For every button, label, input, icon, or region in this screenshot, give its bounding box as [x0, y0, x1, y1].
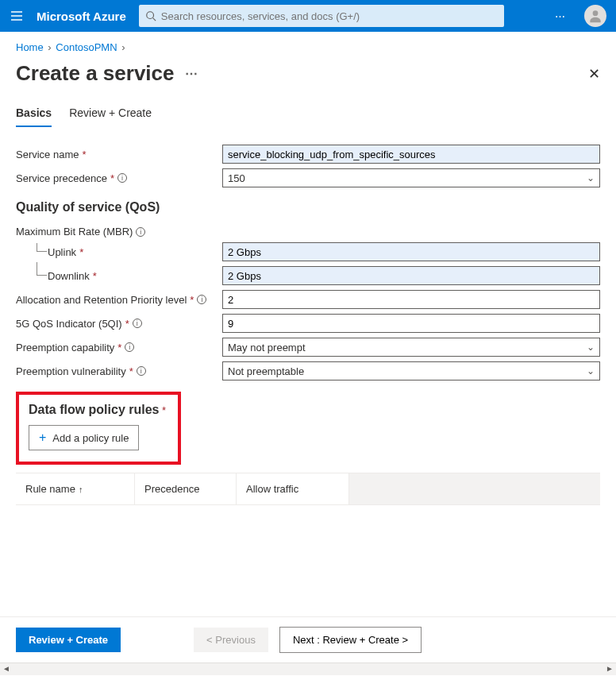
add-policy-rule-label: Add a policy rule [52, 432, 129, 444]
chevron-right-icon: › [120, 41, 126, 53]
mbr-label: Maximum Bit Rate (MBR) [16, 226, 133, 238]
person-icon [587, 8, 603, 24]
preempt-vuln-value: Not preemptable [228, 365, 304, 377]
svg-point-2 [593, 10, 599, 16]
service-name-label: Service name [16, 149, 79, 160]
column-rule-name[interactable]: Rule name ↑ [16, 473, 135, 504]
footer-bar: Review + Create < Previous Next : Review… [0, 616, 616, 662]
data-flow-rules-highlight: Data flow policy rules * + Add a policy … [16, 392, 181, 465]
preempt-cap-select[interactable]: May not preempt ⌄ [222, 338, 600, 357]
preempt-cap-label: Preemption capability [16, 342, 114, 353]
required-indicator: * [190, 294, 194, 306]
required-indicator: * [117, 342, 121, 353]
service-name-input[interactable] [222, 145, 600, 164]
page-header: Create a service ⋯ ✕ [0, 58, 616, 100]
required-indicator: * [82, 149, 86, 160]
required-indicator: * [110, 172, 114, 184]
svg-point-0 [147, 12, 154, 19]
fiveqi-input[interactable] [222, 314, 600, 333]
svg-line-1 [152, 18, 156, 21]
uplink-label: Uplink [48, 246, 76, 258]
preempt-vuln-label: Preemption vulnerability [16, 365, 126, 377]
chevron-down-icon: ⌄ [587, 172, 595, 183]
top-header: Microsoft Azure ⋯ [0, 0, 616, 32]
more-commands-icon[interactable]: ⋯ [185, 66, 198, 81]
service-precedence-select[interactable]: 150 ⌄ [222, 168, 600, 187]
downlink-label: Downlink [48, 270, 90, 282]
required-indicator: * [162, 404, 166, 416]
required-indicator: * [125, 318, 129, 330]
form-body: Service name * Service precedence * i 15… [0, 127, 616, 616]
plus-icon: + [39, 431, 46, 445]
next-button[interactable]: Next : Review + Create > [279, 627, 422, 653]
info-icon[interactable]: i [197, 295, 206, 304]
arp-label: Allocation and Retention Priority level [16, 294, 187, 306]
downlink-input[interactable] [222, 266, 600, 285]
chevron-down-icon: ⌄ [587, 342, 595, 353]
rules-table-header: Rule name ↑ Precedence Allow traffic [16, 473, 600, 505]
search-input[interactable] [161, 10, 498, 22]
horizontal-scrollbar[interactable] [0, 662, 616, 675]
add-policy-rule-button[interactable]: + Add a policy rule [29, 425, 139, 450]
review-create-button[interactable]: Review + Create [16, 628, 121, 652]
qos-section-title: Quality of service (QoS) [16, 200, 600, 214]
brand-label: Microsoft Azure [37, 10, 126, 23]
hamburger-icon[interactable] [10, 9, 24, 23]
uplink-input[interactable] [222, 242, 600, 261]
required-indicator: * [129, 365, 133, 377]
tab-review-create[interactable]: Review + Create [69, 100, 152, 127]
search-box[interactable] [139, 5, 504, 27]
sort-up-icon: ↑ [79, 485, 83, 494]
chevron-down-icon: ⌄ [587, 365, 595, 377]
info-icon[interactable]: i [117, 173, 127, 183]
preempt-cap-value: May not preempt [228, 342, 306, 353]
column-empty [349, 473, 600, 504]
chevron-right-icon: › [46, 41, 52, 53]
previous-button: < Previous [194, 628, 268, 652]
column-allow-traffic[interactable]: Allow traffic [237, 473, 349, 504]
info-icon[interactable]: i [136, 227, 145, 237]
arp-input[interactable] [222, 290, 600, 309]
fiveqi-label: 5G QoS Indicator (5QI) [16, 318, 122, 330]
tab-basics[interactable]: Basics [16, 100, 52, 127]
column-precedence[interactable]: Precedence [135, 473, 237, 504]
breadcrumb-contosopmn[interactable]: ContosoPMN [56, 41, 117, 53]
more-icon[interactable]: ⋯ [549, 10, 572, 22]
info-icon[interactable]: i [133, 319, 142, 328]
tabs: Basics Review + Create [0, 100, 616, 127]
breadcrumb: Home › ContosoPMN › [0, 32, 616, 58]
avatar[interactable] [584, 5, 606, 27]
service-precedence-label: Service precedence [16, 172, 107, 184]
data-flow-rules-title: Data flow policy rules [29, 403, 159, 416]
info-icon[interactable]: i [125, 342, 134, 352]
required-indicator: * [79, 246, 83, 258]
preempt-vuln-select[interactable]: Not preemptable ⌄ [222, 361, 600, 380]
breadcrumb-home[interactable]: Home [16, 41, 44, 53]
required-indicator: * [93, 270, 97, 282]
service-precedence-value: 150 [228, 172, 245, 184]
search-icon [145, 10, 156, 21]
info-icon[interactable]: i [137, 366, 146, 376]
close-icon[interactable]: ✕ [588, 65, 600, 83]
page-title: Create a service [16, 61, 174, 86]
